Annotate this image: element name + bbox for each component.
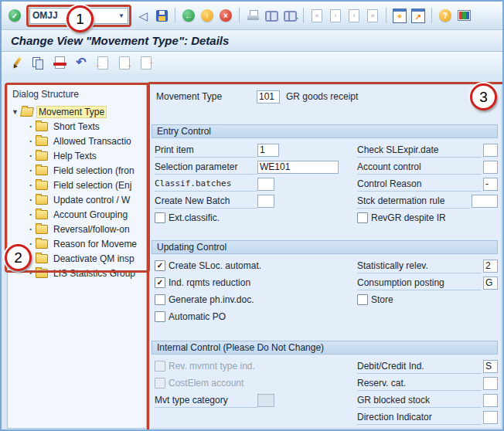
tree-item-label: Deactivate QM insp	[51, 253, 137, 265]
tree-item-short-texts[interactable]: ·Short Texts	[8, 119, 146, 134]
stck-determation-rule-label: Stck determation rule	[357, 194, 470, 209]
last-page-button[interactable]: »	[364, 7, 381, 24]
create-shortcut-button[interactable]: ↗	[410, 7, 427, 24]
tree-item-deactivate-qm[interactable]: ·Deactivate QM insp	[8, 251, 146, 266]
other-entry-button[interactable]: →	[138, 54, 155, 71]
dialog-structure-panel: Dialog Structure ▼ Movement Type ·Short …	[7, 84, 147, 429]
tree-item-account-grouping[interactable]: ·Account Grouping	[8, 207, 146, 222]
delete-icon	[55, 56, 65, 69]
account-control-input[interactable]	[483, 161, 498, 174]
cancel-icon: ×	[220, 9, 232, 22]
copy-button[interactable]	[29, 54, 46, 71]
tree-item-help-texts[interactable]: ·Help Texts	[8, 148, 146, 163]
new-session-button[interactable]: ★	[391, 7, 408, 24]
new-session-icon: ★	[393, 8, 407, 23]
folder-icon	[36, 195, 48, 205]
costelem-account-label: CostElem account	[169, 378, 243, 389]
command-collapse-button[interactable]: ◁	[135, 7, 152, 24]
tree-item-label: Allowed Transactio	[51, 135, 134, 148]
tree-item-reversal-follow-on[interactable]: ·Reversal/follow-on	[8, 222, 146, 236]
ext-classific-label: Ext.classific.	[169, 212, 220, 223]
statistically-relev-input[interactable]	[483, 260, 498, 273]
save-button[interactable]	[153, 7, 170, 24]
first-page-button[interactable]: «	[308, 7, 325, 24]
store-checkbox[interactable]	[357, 294, 368, 305]
toolbar-separator	[175, 8, 175, 23]
find-button[interactable]	[263, 7, 280, 24]
tree-item-label: Reversal/follow-on	[51, 223, 132, 236]
tree-item-allowed-transactions[interactable]: ·Allowed Transactio	[8, 134, 146, 148]
movement-type-input[interactable]	[257, 90, 280, 104]
title-bar: Change View "Movement Type": Details	[2, 30, 502, 52]
command-field[interactable]: ▼	[29, 8, 128, 24]
movement-type-label: Movement Type	[156, 91, 257, 102]
cancel-button[interactable]: ×	[217, 7, 234, 24]
control-reason-input[interactable]	[483, 178, 498, 191]
print-item-label: Print item	[155, 143, 257, 158]
help-button[interactable]: ?	[437, 7, 454, 24]
exit-icon: ↑	[201, 9, 213, 22]
create-new-batch-input[interactable]	[257, 195, 274, 208]
previous-entry-button[interactable]: ←	[94, 54, 111, 71]
tree-item-movement-type[interactable]: ▼ Movement Type	[8, 104, 146, 119]
tree-item-reason-for-movement[interactable]: ·Reason for Moveme	[8, 236, 146, 251]
collapse-arrow-icon[interactable]: ▼	[12, 108, 21, 116]
movement-type-description: GR goods receipt	[286, 91, 358, 102]
next-entry-button[interactable]: →	[116, 54, 133, 71]
display-change-button[interactable]	[8, 54, 25, 71]
reserv-cat-input[interactable]	[483, 377, 498, 390]
automatic-po-checkbox[interactable]	[155, 311, 165, 322]
costelem-account-checkbox	[155, 378, 165, 389]
next-entry-icon: →	[119, 56, 130, 70]
tree-item-label: LIS Statistics Group	[51, 267, 138, 280]
plus-glyph: +	[294, 14, 298, 22]
find-next-button[interactable]: +	[281, 7, 298, 24]
gr-blocked-stock-label: GR blocked stock	[357, 393, 482, 408]
gr-blocked-stock-input[interactable]	[483, 394, 498, 407]
classif-batches-label: Classif.batches	[155, 177, 257, 192]
print-item-input[interactable]	[257, 144, 279, 157]
back-button[interactable]: ←	[180, 7, 197, 24]
folder-icon	[36, 239, 48, 249]
reserv-cat-label: Reserv. cat.	[357, 376, 482, 391]
tree-item-update-control[interactable]: ·Update control / W	[8, 192, 146, 207]
sap-window: ✓ ▼ ◁ ← ↑ × + « ‹ › » ★ ↗ ? Change View …	[0, 0, 504, 431]
command-dropdown-icon[interactable]: ▼	[115, 12, 128, 19]
tree-item-field-selection-from[interactable]: ·Field selection (fron	[8, 163, 146, 178]
selection-parameter-input[interactable]	[257, 161, 339, 174]
previous-entry-icon: ←	[97, 56, 108, 70]
bullet-icon: ·	[26, 180, 36, 191]
revgr-despite-ir-checkbox[interactable]	[357, 212, 368, 223]
enter-button[interactable]: ✓	[6, 7, 23, 24]
toolbar-separator	[239, 8, 240, 23]
next-page-button[interactable]: ›	[346, 7, 363, 24]
create-sloc-checkbox[interactable]: ✓	[155, 260, 165, 271]
bullet-icon: ·	[26, 253, 36, 264]
print-button[interactable]	[244, 7, 261, 24]
debit-credit-ind-input[interactable]	[483, 360, 498, 373]
undo-button[interactable]: ↶	[73, 54, 90, 71]
check-slexpir-input[interactable]	[483, 144, 498, 157]
consumption-posting-input[interactable]	[483, 277, 498, 290]
stck-determation-rule-input[interactable]	[472, 195, 498, 208]
ext-classific-checkbox[interactable]	[155, 212, 165, 223]
ind-rqmts-checkbox[interactable]: ✓	[155, 277, 165, 288]
command-input[interactable]	[30, 10, 115, 22]
consumption-posting-label: Consumption posting	[357, 276, 482, 290]
exit-button[interactable]: ↑	[199, 7, 216, 24]
bullet-icon: ·	[26, 209, 36, 220]
tree-item-lis-statistics[interactable]: ·LIS Statistics Group	[8, 266, 146, 280]
bullet-icon: ·	[26, 195, 36, 205]
customize-layout-button[interactable]	[455, 7, 472, 24]
direction-indicator-input[interactable]	[483, 411, 498, 424]
tree-item-field-selection-enjoy[interactable]: ·Field selection (Enj	[8, 178, 146, 192]
classif-batches-input[interactable]	[257, 178, 274, 191]
entry-control-header: Entry Control	[152, 124, 498, 138]
bullet-icon: ·	[26, 224, 36, 235]
delete-button[interactable]	[51, 54, 68, 71]
details-panel: Movement Type GR goods receipt Entry Con…	[149, 84, 502, 429]
folder-icon	[36, 210, 48, 219]
previous-page-button[interactable]: ‹	[327, 7, 344, 24]
generate-phinv-checkbox[interactable]	[155, 294, 165, 305]
internal-control-header: Internal Control (Please Do Not Change)	[152, 341, 498, 355]
